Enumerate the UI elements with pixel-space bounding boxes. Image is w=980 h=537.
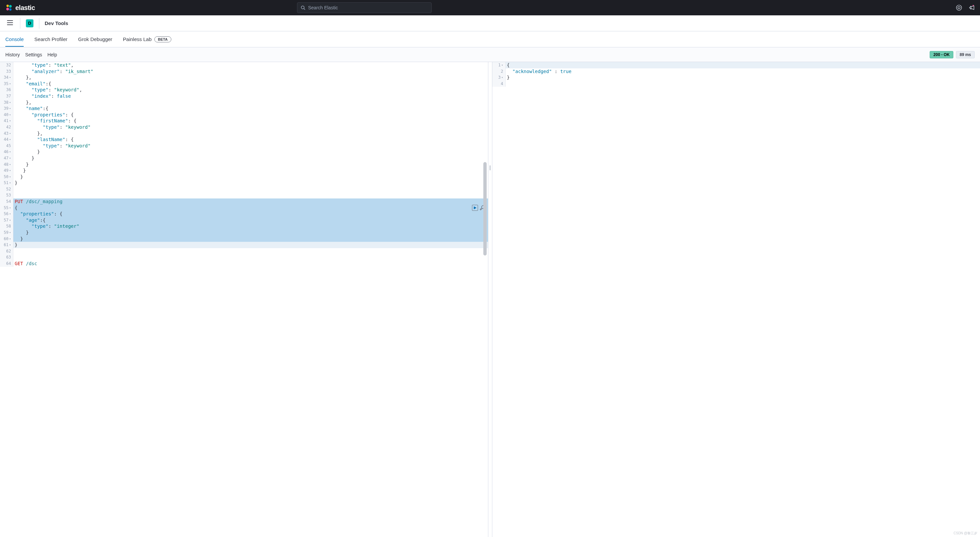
search-icon [301, 5, 305, 10]
svg-line-5 [304, 9, 305, 10]
watermark: CSDN @黎三岁 [954, 531, 977, 535]
global-search[interactable] [297, 2, 432, 13]
svg-point-8 [973, 5, 974, 6]
logo[interactable]: elastic [5, 4, 35, 12]
editor-split: 323334 ▾35 ▾363738 ▾39 ▾40 ▾41 ▾4243 ▾44… [0, 62, 980, 537]
space-selector[interactable]: D [25, 19, 33, 27]
console-toolbar: History Settings Help 200 - OK 89 ms [0, 47, 980, 62]
help-link[interactable]: Help [47, 52, 57, 57]
news-icon[interactable] [969, 5, 975, 11]
response-viewer[interactable]: 1 ▾23 ▾4 { "acknowledged" : true} [492, 62, 980, 537]
toolbar-left: History Settings Help [5, 52, 57, 57]
tab-painless-lab[interactable]: Painless LabBETA [123, 32, 171, 47]
gutter: 1 ▾23 ▾4 [492, 62, 506, 87]
run-request-button[interactable] [472, 205, 478, 211]
header-actions [956, 5, 975, 11]
tab-search-profiler[interactable]: Search Profiler [34, 32, 67, 46]
code-content[interactable]: "type": "text", "analyzer": "ik_smart" }… [13, 62, 488, 267]
svg-point-4 [301, 6, 304, 9]
beta-badge: BETA [154, 37, 171, 42]
top-header: elastic [0, 0, 980, 15]
settings-link[interactable]: Settings [25, 52, 42, 57]
tabs: Console Search Profiler Grok Debugger Pa… [0, 31, 980, 47]
elastic-logo-icon [5, 4, 13, 11]
svg-point-0 [6, 5, 9, 7]
svg-point-7 [958, 7, 960, 9]
gutter: 323334 ▾35 ▾363738 ▾39 ▾40 ▾41 ▾4243 ▾44… [0, 62, 13, 267]
request-editor[interactable]: 323334 ▾35 ▾363738 ▾39 ▾40 ▾41 ▾4243 ▾44… [0, 62, 488, 537]
status-badge: 200 - OK [930, 51, 953, 58]
nav-toggle-button[interactable] [5, 18, 15, 28]
sub-header: D Dev Tools [0, 15, 980, 31]
svg-point-6 [956, 5, 962, 10]
search-wrap [297, 2, 432, 13]
history-link[interactable]: History [5, 52, 20, 57]
breadcrumb: Dev Tools [45, 20, 68, 26]
search-input[interactable] [308, 5, 428, 10]
toolbar-right: 200 - OK 89 ms [930, 51, 975, 58]
pane-resizer[interactable]: ║ [488, 62, 492, 537]
scrollbar[interactable] [483, 62, 487, 537]
svg-point-2 [6, 8, 9, 10]
tab-console[interactable]: Console [5, 32, 24, 46]
tab-grok-debugger[interactable]: Grok Debugger [78, 32, 112, 46]
setup-guide-icon[interactable] [956, 5, 962, 11]
svg-point-3 [10, 8, 12, 11]
svg-point-1 [9, 5, 12, 8]
code-content: { "acknowledged" : true} [506, 62, 980, 87]
latency-badge: 89 ms [956, 51, 975, 58]
logo-text: elastic [15, 4, 35, 12]
